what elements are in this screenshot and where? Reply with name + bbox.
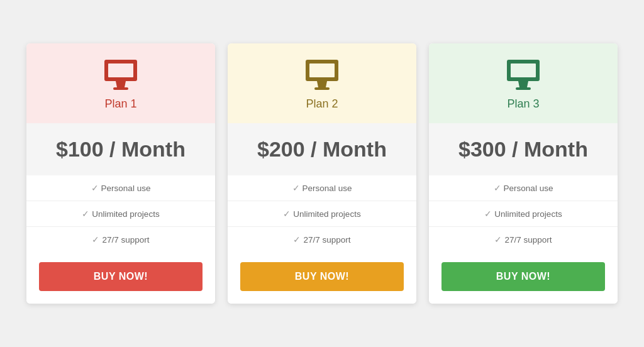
checkmark-icon: ✓ [91,184,99,193]
buy-button[interactable]: BUY NOW! [39,262,203,291]
monitor-icon [504,58,542,91]
pricing-card-plan2: Plan 2 $200 / Month ✓Personal use ✓Unlim… [228,43,416,304]
features-section: ✓Personal use ✓Unlimited projects ✓27/7 … [26,175,215,252]
feature-item: ✓Unlimited projects [429,201,618,227]
svg-rect-7 [314,87,330,90]
feature-item: ✓Personal use [26,175,215,201]
checkmark-icon: ✓ [293,235,301,245]
feature-item: ✓Personal use [228,175,416,201]
features-section: ✓Personal use ✓Unlimited projects ✓27/7 … [429,175,618,252]
svg-rect-3 [113,87,128,90]
plan-name: Plan 2 [306,97,338,111]
checkmark-icon: ✓ [82,209,89,219]
feature-item: ✓Personal use [429,175,618,201]
feature-item: ✓27/7 support [228,227,416,252]
svg-marker-6 [317,81,327,87]
pricing-card-plan1: Plan 1 $100 / Month ✓Personal use ✓Unlim… [26,43,215,304]
feature-item: ✓27/7 support [429,227,618,252]
checkmark-icon: ✓ [283,209,291,219]
svg-rect-11 [516,87,531,90]
svg-marker-2 [116,81,126,87]
checkmark-icon: ✓ [484,209,492,219]
price-text: $300 / Month [458,137,588,161]
monitor-icon [303,58,341,91]
plan-name: Plan 3 [507,97,539,111]
price-text: $200 / Month [257,137,387,161]
checkmark-icon: ✓ [494,184,501,193]
buy-button[interactable]: BUY NOW! [240,262,404,291]
svg-rect-5 [309,63,335,77]
price-section: $100 / Month [26,123,215,175]
checkmark-icon: ✓ [292,184,300,193]
svg-rect-9 [511,63,536,77]
btn-section: BUY NOW! [429,252,618,304]
price-section: $300 / Month [429,123,618,175]
btn-section: BUY NOW! [26,252,215,304]
price-text: $100 / Month [56,137,186,161]
card-header: Plan 1 [26,43,215,123]
svg-marker-10 [518,81,528,87]
checkmark-icon: ✓ [92,235,99,245]
card-header: Plan 2 [228,43,416,123]
feature-item: ✓Unlimited projects [26,201,215,227]
feature-item: ✓Unlimited projects [228,201,416,227]
pricing-card-plan3: Plan 3 $300 / Month ✓Personal use ✓Unlim… [429,43,618,304]
monitor-icon [102,58,140,91]
price-section: $200 / Month [228,123,416,175]
svg-rect-1 [108,63,133,77]
pricing-container: Plan 1 $100 / Month ✓Personal use ✓Unlim… [14,31,630,316]
btn-section: BUY NOW! [228,252,416,304]
buy-button[interactable]: BUY NOW! [441,262,605,291]
checkmark-icon: ✓ [494,235,502,245]
features-section: ✓Personal use ✓Unlimited projects ✓27/7 … [228,175,416,252]
plan-name: Plan 1 [104,97,136,111]
card-header: Plan 3 [429,43,618,123]
feature-item: ✓27/7 support [26,227,215,252]
